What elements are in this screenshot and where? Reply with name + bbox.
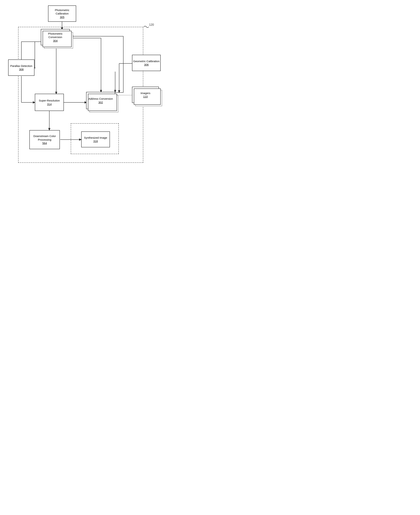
synthesized-image-box: Synthesized Image 316 — [81, 132, 110, 147]
geometric-calibration-label: Geometric Calibration — [133, 59, 159, 63]
diagram-container: Photometric Calibration 305 Photometric … — [0, 0, 181, 221]
photometric-calibration-ref: 305 — [60, 15, 64, 19]
photometric-conversion-ref: 304 — [53, 39, 58, 43]
parallax-detection-box: Parallax Detection 308 — [8, 59, 34, 76]
photometric-conversion-label: Photometric Conversion — [41, 32, 69, 39]
address-conversion-label: Address Conversion — [88, 97, 113, 101]
super-resolution-box: Super-Resolution 314 — [35, 94, 64, 111]
address-conversion-box: Address Conversion 302 — [86, 92, 115, 109]
imagers-ref: 110 — [143, 95, 148, 98]
synthesized-image-ref: 316 — [93, 140, 98, 143]
synthesized-image-label: Synthesized Image — [84, 136, 107, 140]
imagers-box: Imagers 110 — [132, 87, 159, 103]
parallax-detection-label: Parallax Detection — [10, 64, 32, 68]
photometric-calibration-label: Photometric Calibration — [48, 8, 76, 15]
downstream-color-label: Downstream Color Processing — [30, 134, 60, 141]
parallax-detection-ref: 308 — [19, 68, 23, 71]
geometric-calibration-ref: 306 — [144, 63, 149, 66]
downstream-color-box: Downstream Color Processing 564 — [29, 130, 60, 149]
super-resolution-label: Super-Resolution — [39, 99, 60, 103]
downstream-color-ref: 564 — [42, 141, 47, 145]
imagers-label: Imagers — [141, 91, 150, 95]
super-resolution-ref: 314 — [47, 103, 52, 106]
label-120: 120 — [149, 23, 154, 26]
address-conversion-ref: 302 — [98, 101, 103, 104]
photometric-calibration-box: Photometric Calibration 305 — [48, 5, 76, 22]
photometric-conversion-box: Photometric Conversion 304 — [41, 29, 70, 45]
geometric-calibration-box: Geometric Calibration 306 — [132, 55, 161, 71]
